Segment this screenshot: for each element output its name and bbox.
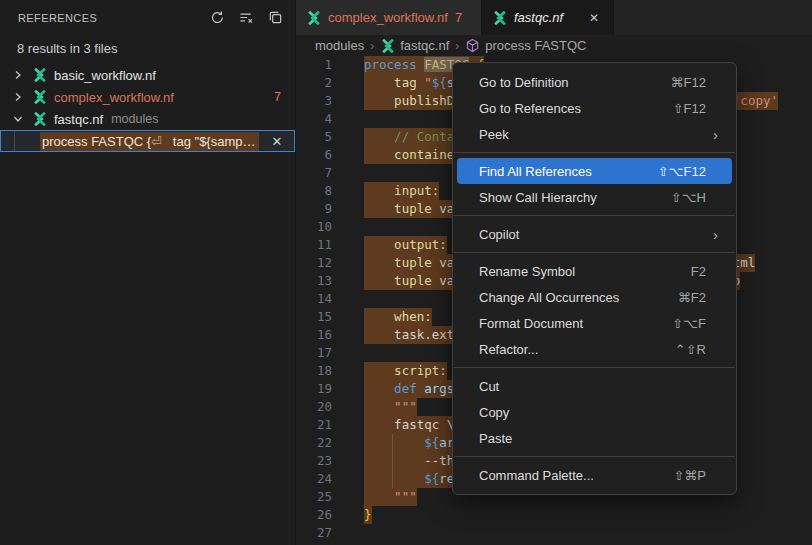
menu-item-label: Copy [479, 405, 509, 420]
code-token [364, 399, 394, 414]
code-token: args [424, 381, 454, 396]
menu-item-copy[interactable]: Copy [453, 399, 736, 425]
code-token [364, 93, 394, 108]
line-number: 19 [296, 380, 352, 398]
editor-context-menu: Go to Definition⌘F12Go to References⇧F12… [452, 62, 737, 495]
line-number: 25 [296, 488, 352, 506]
menu-item-label: Copilot [479, 227, 519, 242]
sidebar-file-fastqc-nf[interactable]: fastqc.nfmodules [0, 108, 295, 130]
code-token: output: [394, 237, 447, 252]
dismiss-result-icon[interactable]: ✕ [268, 132, 286, 150]
line-number: 20 [296, 398, 352, 416]
breadcrumb-modules[interactable]: modules [315, 38, 364, 53]
nextflow-file-icon [32, 111, 48, 127]
return-symbol: ⏎ [151, 134, 162, 149]
file-name: complex_workflow.nf [54, 90, 174, 105]
line-number: 27 [296, 524, 352, 542]
menu-item-shortcut: ⌃⇧R [675, 342, 706, 357]
code-token [364, 435, 424, 450]
code-token [364, 327, 394, 342]
line-number: 13 [296, 272, 352, 290]
code-token [364, 273, 394, 288]
breadcrumb-separator: › [370, 39, 374, 53]
symbol-module-icon [465, 38, 481, 54]
clear-all-icon[interactable] [236, 8, 256, 28]
menu-item-go-to-definition[interactable]: Go to Definition⌘F12 [453, 69, 736, 95]
line-number: 1 [296, 56, 352, 74]
panel-title: REFERENCES [18, 12, 97, 24]
line-number: 6 [296, 146, 352, 164]
tree-indent-guide [14, 131, 15, 151]
indent-guide [392, 434, 393, 488]
copy-all-icon[interactable] [265, 8, 285, 28]
menu-item-label: Show Call Hierarchy [479, 190, 597, 205]
close-tab-icon[interactable]: ✕ [585, 9, 603, 27]
sidebar-file-complex-workflow-nf[interactable]: complex_workflow.nf7 [0, 86, 295, 108]
menu-item-label: Refactor... [479, 342, 538, 357]
menu-item-change-all-occurrences[interactable]: Change All Occurrences⌘F2 [453, 284, 736, 310]
menu-item-label: Rename Symbol [479, 264, 575, 279]
code-token [364, 309, 394, 324]
menu-item-find-all-references[interactable]: Find All References⇧⌥F12 [457, 158, 732, 184]
sidebar-file-basic-workflow-nf[interactable]: basic_workflow.nf [0, 64, 295, 86]
chevron-right-icon[interactable] [10, 67, 26, 83]
menu-item-cut[interactable]: Cut [453, 373, 736, 399]
line-number: 24 [296, 470, 352, 488]
menu-item-shortcut: ⇧⌥H [671, 190, 706, 205]
code-token [364, 417, 394, 432]
menu-item-shortcut: ⇧⌥F [672, 316, 706, 331]
menu-item-show-call-hierarchy[interactable]: Show Call Hierarchy⇧⌥H [453, 184, 736, 210]
menu-item-peek[interactable]: Peek› [453, 121, 736, 147]
code-token: ${ [432, 75, 447, 90]
line-number: 17 [296, 344, 352, 362]
line-number: 26 [296, 506, 352, 524]
breadcrumb-process-fastqc[interactable]: process FASTQC [465, 38, 586, 54]
menu-separator [454, 152, 735, 153]
tab-bar: complex_workflow.nf 7 fastqc.nf ✕ [296, 0, 812, 35]
code-token: ${ [424, 471, 439, 486]
code-token [364, 471, 424, 486]
code-token: tuple [394, 201, 432, 216]
menu-item-format-document[interactable]: Format Document⇧⌥F [453, 310, 736, 336]
code-line-27[interactable] [364, 524, 812, 542]
tab-fastqc[interactable]: fastqc.nf ✕ [482, 0, 614, 35]
menu-item-paste[interactable]: Paste [453, 425, 736, 451]
code-token: """ [394, 399, 417, 414]
menu-item-command-palette[interactable]: Command Palette...⇧⌘P [453, 462, 736, 488]
menu-item-rename-symbol[interactable]: Rename SymbolF2 [453, 258, 736, 284]
tab-complex-workflow[interactable]: complex_workflow.nf 7 [296, 0, 482, 35]
chevron-right-icon[interactable] [10, 89, 26, 105]
reference-result-item[interactable]: process FASTQC {⏎ tag "${samp… ✕ [0, 130, 295, 152]
menu-item-shortcut: ⇧⌥F12 [658, 164, 706, 179]
reference-match-text: process FASTQC {⏎ tag "${samp… [40, 132, 259, 151]
code-token: when: [394, 309, 432, 324]
code-token [364, 75, 394, 90]
line-number: 18 [296, 362, 352, 380]
menu-item-label: Command Palette... [479, 468, 594, 483]
chevron-down-icon[interactable] [10, 111, 26, 127]
code-token: } [364, 507, 372, 522]
line-number-gutter: 1234567891011121314151617181920212223242… [296, 56, 352, 542]
line-number: 4 [296, 110, 352, 128]
menu-item-label: Cut [479, 379, 499, 394]
code-token: tuple [394, 255, 432, 270]
code-token [364, 237, 394, 252]
nextflow-file-icon [492, 10, 508, 26]
breadcrumb-fastqc[interactable]: fastqc.nf [380, 38, 449, 54]
menu-separator [454, 215, 735, 216]
code-token [364, 129, 394, 144]
menu-item-go-to-references[interactable]: Go to References⇧F12 [453, 95, 736, 121]
menu-item-label: Go to Definition [479, 75, 569, 90]
code-token: script: [394, 363, 447, 378]
refresh-icon[interactable] [207, 8, 227, 28]
code-line-26[interactable]: } [364, 506, 812, 524]
line-number: 5 [296, 128, 352, 146]
breadcrumb-separator: › [455, 39, 459, 53]
results-summary: 8 results in 3 files [0, 35, 295, 62]
code-token [364, 255, 394, 270]
menu-separator [454, 367, 735, 368]
menu-item-label: Change All Occurrences [479, 290, 619, 305]
menu-item-copilot[interactable]: Copilot› [453, 221, 736, 247]
menu-item-refactor[interactable]: Refactor...⌃⇧R [453, 336, 736, 362]
line-number: 16 [296, 326, 352, 344]
